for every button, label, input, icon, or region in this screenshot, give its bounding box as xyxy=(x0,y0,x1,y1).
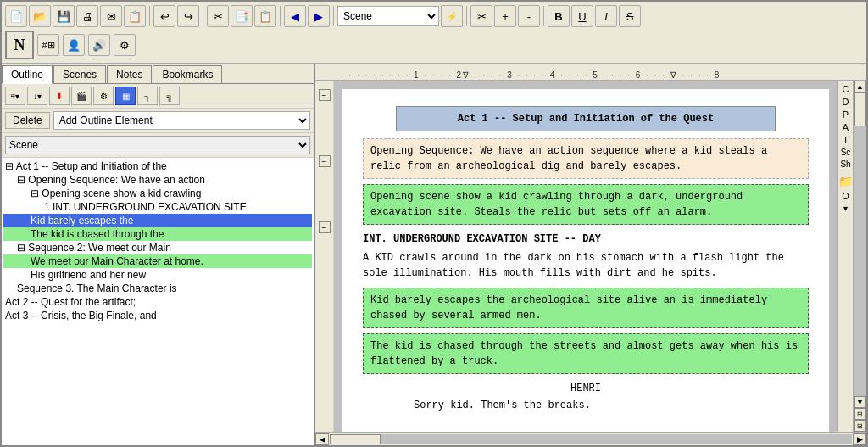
italic-btn[interactable]: I xyxy=(595,5,617,27)
pdf-btn[interactable]: 📋 xyxy=(124,5,146,27)
character-name: HENRI xyxy=(363,381,809,396)
toolbar-area: 📄 📂 💾 🖨 ✉ 📋 ↩ ↪ ✂ 📑 📋 ◀ ▶ Scene Act Sequ… xyxy=(2,2,866,64)
rs-c[interactable]: C xyxy=(840,84,852,94)
script-content: Act 1 -- Setup and Initiation of the Que… xyxy=(342,89,829,432)
vertical-scrollbar[interactable]: ▲ ▼ ⊟ ⊞ xyxy=(853,81,866,432)
minus-btn2[interactable]: - xyxy=(518,5,540,27)
rs-d[interactable]: D xyxy=(840,97,852,107)
outline-import-btn[interactable]: ⬇ xyxy=(49,87,70,105)
undo-btn[interactable]: ↩ xyxy=(153,5,175,27)
open-btn[interactable]: 📂 xyxy=(29,5,51,27)
hscroll-thumb[interactable] xyxy=(330,434,381,444)
underline-btn[interactable]: U xyxy=(571,5,593,27)
hscroll-left-btn[interactable]: ◀ xyxy=(315,433,329,445)
tree-act1[interactable]: ⊟ Act 1 -- Setup and Initiation of the xyxy=(3,159,312,173)
nav-fwd-btn[interactable]: ▶ xyxy=(308,5,330,27)
rs-t[interactable]: T xyxy=(840,135,852,145)
scroll-page-btn[interactable]: ⊞ xyxy=(854,420,866,432)
tree-seq1[interactable]: ⊟ Opening Sequence: We have an action xyxy=(3,173,312,187)
scene-go-btn[interactable]: ⚡ xyxy=(441,5,463,27)
rs-a[interactable]: A xyxy=(840,122,852,132)
user-btn[interactable]: 👤 xyxy=(63,34,85,56)
scroll-up-btn[interactable]: ▲ xyxy=(854,81,866,92)
outline-gear-btn[interactable]: ⚙ xyxy=(93,87,114,105)
sep6 xyxy=(543,6,544,26)
rs-p[interactable]: P xyxy=(840,109,852,120)
tab-scenes[interactable]: Scenes xyxy=(53,65,106,83)
scroll-split-btn[interactable]: ⊟ xyxy=(854,408,866,420)
outline-grid-btn[interactable]: ▦ xyxy=(115,87,136,105)
collapse-seq1-btn[interactable]: − xyxy=(319,155,331,167)
collapse-seq2-btn[interactable]: − xyxy=(319,221,331,233)
tree-kid2[interactable]: The kid is chased through the xyxy=(3,227,312,241)
collapse-column: − − − xyxy=(315,81,334,432)
tab-bar: Outline Scenes Notes Bookmarks xyxy=(2,64,314,84)
right-sidebar: C D P A T Sc Sh 📁 O ▾ xyxy=(837,81,853,432)
outline-corner-btn[interactable]: ┐ xyxy=(137,87,158,105)
tree-seq2[interactable]: ⊟ Sequence 2: We meet our Main xyxy=(3,241,312,254)
ruler: · · · · · · · · · 1 · · · · 2∇ · · · · 3… xyxy=(315,64,866,81)
document-area[interactable]: Act 1 -- Setup and Initiation of the Que… xyxy=(334,81,837,432)
opening-action-note: Opening scene show a kid crawling throug… xyxy=(363,184,809,225)
scroll-thumb[interactable] xyxy=(854,92,866,126)
hscroll-track[interactable] xyxy=(330,434,852,444)
bold-btn[interactable]: B xyxy=(548,5,570,27)
save-btn[interactable]: 💾 xyxy=(53,5,75,27)
tab-notes[interactable]: Notes xyxy=(107,65,152,83)
cut-btn[interactable]: ✂ xyxy=(207,5,229,27)
opening-seq-note: Opening Sequence: We have an action sequ… xyxy=(363,138,809,179)
rs-o[interactable]: O xyxy=(840,191,852,201)
settings-btn[interactable]: ⚙ xyxy=(114,34,136,56)
outline-list-btn[interactable]: ≡▾ xyxy=(5,87,25,105)
print-btn[interactable]: 🖨 xyxy=(76,5,98,27)
scene-type-select[interactable]: Scene Act Sequence xyxy=(337,6,439,26)
redo-btn[interactable]: ↪ xyxy=(177,5,199,27)
strikethrough-btn[interactable]: S xyxy=(619,5,641,27)
plus-btn[interactable]: + xyxy=(494,5,516,27)
outline-scene-select[interactable]: Scene Act Sequence Chapter xyxy=(5,136,310,154)
tree-act3[interactable]: Act 3 -- Crisis, the Big Finale, and xyxy=(3,309,312,322)
sep3 xyxy=(280,6,281,26)
tab-outline[interactable]: Outline xyxy=(2,65,53,84)
outline-down-btn[interactable]: ↓▾ xyxy=(27,87,47,105)
n-button[interactable]: N xyxy=(5,31,34,59)
scissors-btn[interactable]: ✂ xyxy=(470,5,492,27)
horizontal-scrollbar: ◀ ▶ xyxy=(315,432,866,445)
scroll-down-btn[interactable]: ▼ xyxy=(854,396,866,408)
outline-dbl-corner-btn[interactable]: ╗ xyxy=(159,87,180,105)
dialogue-text: Sorry kid. Them's the breaks. xyxy=(414,398,758,413)
outline-toolbar: ≡▾ ↓▾ ⬇ 🎬 ⚙ ▦ ┐ ╗ xyxy=(2,84,314,109)
folder-icon[interactable]: 📁 xyxy=(838,175,853,188)
tree-meet1[interactable]: We meet our Main Character at home. xyxy=(3,254,312,268)
paste-btn[interactable]: 📋 xyxy=(254,5,276,27)
tree-int1[interactable]: 1 INT. UNDERGROUND EXCAVATION SITE xyxy=(3,200,312,214)
outline-tree: ⊟ Act 1 -- Setup and Initiation of the ⊟… xyxy=(2,158,314,445)
copy-btn[interactable]: 📑 xyxy=(231,5,253,27)
tree-kid1[interactable]: Kid barely escapes the xyxy=(3,214,312,227)
rs-sh[interactable]: Sh xyxy=(840,159,852,169)
main-area: Outline Scenes Notes Bookmarks ≡▾ ↓▾ ⬇ 🎬… xyxy=(2,64,866,445)
sep4 xyxy=(333,6,334,26)
note2: The kid is chased through the streets an… xyxy=(363,333,809,374)
scroll-track[interactable] xyxy=(854,92,866,396)
rs-sc[interactable]: Sc xyxy=(840,148,852,157)
mail-btn[interactable]: ✉ xyxy=(100,5,122,27)
add-outline-select[interactable]: Add Outline Element xyxy=(53,111,310,130)
tab-bookmarks[interactable]: Bookmarks xyxy=(153,65,222,83)
tree-gf1[interactable]: His girlfriend and her new xyxy=(3,268,312,282)
toolbar-row2: N #⊞ 👤 🔊 ⚙ xyxy=(5,29,863,61)
speaker-btn[interactable]: 🔊 xyxy=(88,34,110,56)
tree-seq3[interactable]: Sequence 3. The Main Character is xyxy=(3,282,312,295)
delete-button[interactable]: Delete xyxy=(5,112,50,129)
outline-film-btn[interactable]: 🎬 xyxy=(71,87,92,105)
delete-add-row: Delete Add Outline Element xyxy=(2,109,314,133)
hscroll-right-btn[interactable]: ▶ xyxy=(853,433,866,445)
collapse-act1-btn[interactable]: − xyxy=(319,89,331,101)
sep5 xyxy=(466,6,467,26)
new-btn[interactable]: 📄 xyxy=(5,5,27,27)
rs-dropdown-icon[interactable]: ▾ xyxy=(843,204,848,213)
tree-act2[interactable]: Act 2 -- Quest for the artifact; xyxy=(3,295,312,309)
hashtag-btn[interactable]: #⊞ xyxy=(37,34,59,56)
tree-scene1[interactable]: ⊟ Opening scene show a kid crawling xyxy=(3,187,312,200)
nav-back-btn[interactable]: ◀ xyxy=(284,5,306,27)
